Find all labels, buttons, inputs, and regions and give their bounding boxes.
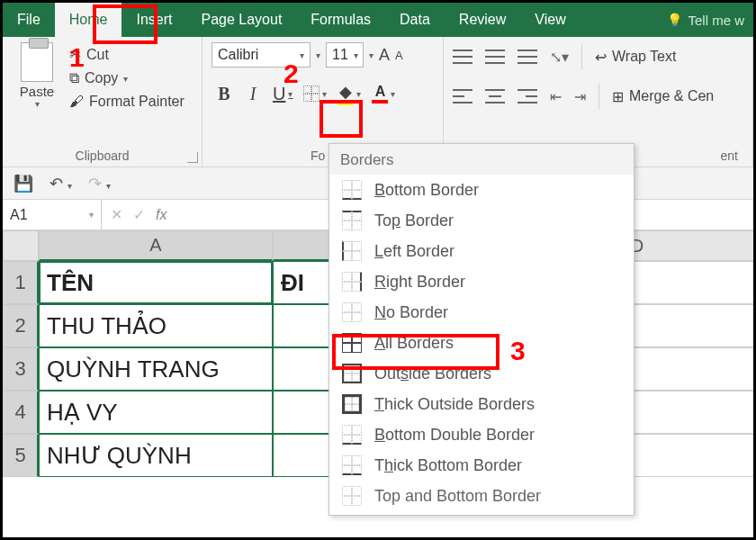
clipboard-launcher-icon[interactable] bbox=[187, 152, 198, 163]
group-label-clipboard: Clipboard bbox=[12, 148, 193, 165]
border-thick-bottom-icon bbox=[342, 455, 362, 475]
merge-center-button[interactable]: ⊞ Merge & Cen bbox=[612, 88, 714, 105]
bold-button[interactable]: B bbox=[212, 80, 237, 107]
select-all-corner[interactable] bbox=[3, 230, 39, 261]
align-bottom-button[interactable] bbox=[518, 50, 537, 64]
enter-formula-button[interactable]: ✓ bbox=[133, 206, 145, 223]
cell-a5[interactable]: NHƯ QUỲNH bbox=[39, 434, 273, 477]
insert-function-button[interactable]: fx bbox=[156, 207, 166, 223]
border-top-item[interactable]: Top Border bbox=[329, 205, 634, 236]
tell-me-search[interactable]: 💡 Tell me w bbox=[658, 3, 753, 37]
border-thick-outside-item[interactable]: Thick Outside Borders bbox=[329, 389, 634, 419]
border-outside-item[interactable]: Outside Borders bbox=[329, 358, 634, 389]
align-center-button[interactable] bbox=[485, 89, 505, 104]
orientation-button[interactable]: ⤡▾ bbox=[550, 49, 569, 66]
row-header-5[interactable]: 5 bbox=[3, 434, 39, 477]
align-right-button[interactable] bbox=[518, 89, 537, 104]
decrease-indent-button[interactable]: ⇤ bbox=[550, 88, 562, 105]
name-box[interactable]: A1 ▾ bbox=[3, 200, 102, 230]
scissors-icon: ✂ bbox=[69, 46, 81, 63]
cell-a2[interactable]: THU THẢO bbox=[39, 304, 273, 347]
borders-button[interactable]: ▾ bbox=[300, 80, 330, 107]
tab-page-layout[interactable]: Page Layout bbox=[186, 3, 296, 37]
border-top-bottom-icon bbox=[342, 486, 362, 506]
border-thick-bottom-item[interactable]: Thick Bottom Border bbox=[329, 450, 634, 481]
undo-button[interactable]: ↶ ▾ bbox=[50, 174, 72, 194]
cut-label: Cut bbox=[86, 47, 109, 63]
row-header-4[interactable]: 4 bbox=[3, 391, 39, 434]
brush-icon: 🖌 bbox=[69, 94, 84, 110]
borders-dropdown-icon[interactable]: ▾ bbox=[322, 89, 327, 99]
bulb-icon: 💡 bbox=[667, 13, 682, 27]
wrap-text-button[interactable]: ↩ Wrap Text bbox=[595, 49, 676, 66]
border-none-item[interactable]: No Border bbox=[329, 297, 634, 328]
border-all-item[interactable]: All Borders bbox=[329, 328, 634, 358]
paste-label: Paste bbox=[20, 84, 54, 99]
border-right-item[interactable]: Right Border bbox=[329, 266, 634, 297]
tab-review[interactable]: Review bbox=[445, 3, 520, 37]
font-size-combo[interactable]: 11 ▾ bbox=[326, 42, 364, 68]
align-left-button[interactable] bbox=[453, 89, 472, 104]
border-top-bottom-item[interactable]: Top and Bottom Border bbox=[329, 481, 634, 511]
fill-dropdown-icon[interactable]: ▾ bbox=[356, 89, 361, 99]
underline-label: U bbox=[273, 84, 285, 104]
copy-icon: ⧉ bbox=[69, 70, 79, 86]
paste-icon bbox=[21, 42, 53, 82]
border-left-item[interactable]: Left Border bbox=[329, 236, 634, 266]
border-top-icon bbox=[342, 211, 362, 230]
format-painter-button[interactable]: 🖌 Format Painter bbox=[69, 94, 184, 110]
tell-me-label: Tell me w bbox=[688, 13, 744, 28]
border-all-icon bbox=[342, 333, 362, 353]
tab-formulas[interactable]: Formulas bbox=[296, 3, 385, 37]
cell-a3[interactable]: QUỲNH TRANG bbox=[39, 347, 273, 391]
border-thick-outside-icon bbox=[342, 394, 362, 414]
row-header-1[interactable]: 1 bbox=[3, 261, 39, 304]
fill-color-button[interactable]: ◆ ▾ bbox=[334, 80, 364, 107]
save-button[interactable]: 💾 bbox=[14, 174, 33, 194]
italic-button[interactable]: I bbox=[240, 80, 266, 107]
border-bottom-double-item[interactable]: Bottom Double Border bbox=[329, 419, 634, 450]
copy-dropdown-icon[interactable]: ▾ bbox=[123, 74, 128, 84]
underline-dropdown-icon[interactable]: ▾ bbox=[288, 89, 292, 99]
font-color-icon: A bbox=[375, 84, 386, 100]
underline-button[interactable]: U ▾ bbox=[269, 80, 296, 107]
paste-button[interactable]: Paste ▾ bbox=[12, 42, 62, 110]
border-left-icon bbox=[342, 241, 362, 261]
fontcolor-dropdown-icon[interactable]: ▾ bbox=[391, 89, 395, 99]
copy-button[interactable]: ⧉ Copy ▾ bbox=[69, 70, 184, 86]
merge-label: Merge & Cen bbox=[629, 88, 714, 104]
cell-a1[interactable]: TÊN bbox=[39, 261, 273, 304]
align-middle-button[interactable] bbox=[485, 50, 505, 64]
wrap-text-icon: ↩ bbox=[595, 49, 607, 66]
cut-button[interactable]: ✂ Cut bbox=[69, 46, 184, 63]
cell-a4[interactable]: HẠ VY bbox=[39, 391, 273, 434]
font-size-split[interactable]: ▾ bbox=[369, 50, 374, 60]
cancel-formula-button[interactable]: ✕ bbox=[111, 206, 122, 223]
row-header-3[interactable]: 3 bbox=[3, 347, 39, 391]
font-name-combo[interactable]: Calibri ▾ bbox=[212, 42, 310, 68]
increase-indent-button[interactable]: ⇥ bbox=[574, 88, 586, 105]
tab-home[interactable]: Home bbox=[55, 3, 122, 37]
border-bottom-icon bbox=[342, 180, 362, 200]
border-right-icon bbox=[342, 272, 362, 292]
group-clipboard: Paste ▾ ✂ Cut ⧉ Copy ▾ 🖌 Format Painter bbox=[3, 37, 202, 166]
tab-file[interactable]: File bbox=[3, 3, 55, 37]
border-bottom-item[interactable]: Bottom Border bbox=[329, 175, 634, 205]
wrap-text-label: Wrap Text bbox=[612, 49, 676, 65]
format-painter-label: Format Painter bbox=[89, 94, 184, 110]
shrink-font-button[interactable]: A bbox=[395, 49, 403, 62]
font-name-split[interactable]: ▾ bbox=[316, 50, 320, 60]
redo-button[interactable]: ↷ ▾ bbox=[88, 174, 111, 194]
tab-insert[interactable]: Insert bbox=[122, 3, 186, 37]
font-color-button[interactable]: A ▾ bbox=[368, 80, 399, 107]
borders-icon bbox=[303, 86, 320, 102]
font-size-value: 11 bbox=[332, 47, 348, 63]
align-top-button[interactable] bbox=[453, 50, 472, 64]
tab-data[interactable]: Data bbox=[385, 3, 445, 37]
tab-view[interactable]: View bbox=[520, 3, 580, 37]
paste-dropdown-icon[interactable]: ▾ bbox=[35, 99, 40, 109]
row-header-2[interactable]: 2 bbox=[3, 304, 39, 347]
col-header-a[interactable]: A bbox=[39, 230, 273, 261]
name-box-value: A1 bbox=[10, 207, 28, 223]
grow-font-button[interactable]: A bbox=[379, 46, 390, 65]
